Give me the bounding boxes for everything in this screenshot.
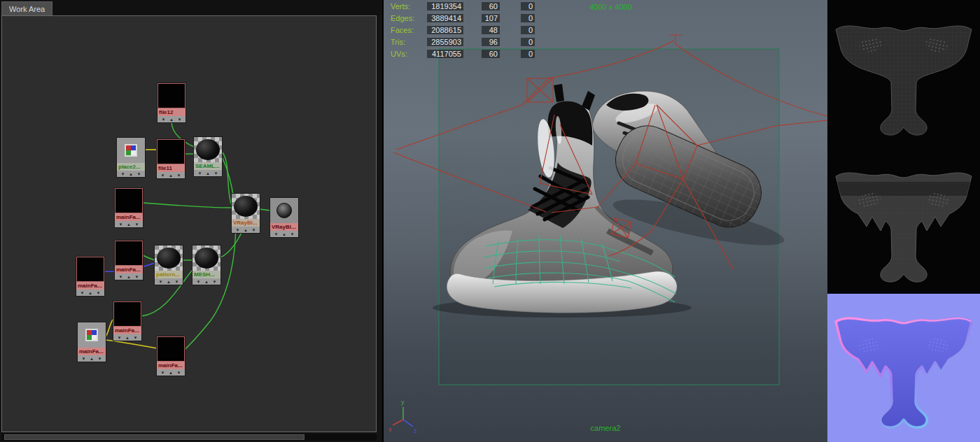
hud-value: 0 [521,14,535,22]
hud-value: 4117055 [427,50,463,58]
node-label: mainFa... [76,282,104,290]
node-swatch [158,83,186,108]
shader-node-vrayblend-2[interactable]: VRayBl... ▼▲▼ [270,198,298,237]
hud-row: UVs: 4117055 60 0 [391,50,535,62]
shader-node-mainfa-5[interactable]: mainFa... ▼▲▼ [78,322,106,362]
place2dtexture-icon [125,144,137,157]
node-swatch [117,138,145,163]
3d-viewport[interactable]: Verts: 1819354 60 0 Edges: 3889414 107 0… [384,0,827,442]
node-port-arrows[interactable]: ▼▲▼ [157,172,185,178]
shader-node-seamless[interactable]: SEAML... ▼▲▼ [194,137,222,176]
hud-label: Tris: [391,38,424,46]
node-label: file12 [158,108,186,116]
hud-value: 107 [482,14,500,22]
node-editor-panel: Work Area file12 ▼▲▼ place2... ▼▲▼ file1… [0,0,382,442]
node-port-arrows[interactable]: ▼▲▼ [113,334,141,341]
node-port-arrows[interactable]: ▼▲▼ [155,278,183,285]
uv-texture-previews [827,0,980,294]
shader-node-mesh[interactable]: MESH... ▼▲▼ [192,245,220,285]
hud-value: 0 [521,50,535,58]
node-swatch [113,301,141,327]
shader-node-pattern[interactable]: pattern... ▼▲▼ [155,245,183,285]
shader-node-file11[interactable]: file11 ▼▲▼ [157,139,185,178]
tab-work-area[interactable]: Work Area [1,1,52,15]
hud-label: Edges: [391,14,424,22]
camera-label: camera2 [384,424,827,432]
node-label: mainFa... [157,362,185,369]
texture-maps-panel [827,0,980,442]
shader-node-mainfa-2[interactable]: mainFa... ▼▲▼ [115,241,143,280]
node-label: MESH... [192,271,220,278]
svg-text:x: x [388,426,392,433]
axis-gizmo-icon: y x z [388,397,420,434]
node-label: SEAML... [194,162,222,170]
shader-node-mainfa-3[interactable]: mainFa... ▼▲▼ [76,257,104,296]
hud-label: Faces: [391,26,424,34]
node-port-arrows[interactable]: ▼▲▼ [76,290,104,296]
node-label: VRayBl... [270,223,298,231]
hud-value: 60 [482,2,500,10]
shader-node-vrayblend-1[interactable]: VRayBl... ▼▲▼ [232,194,260,233]
hud-label: UVs: [391,50,424,58]
node-swatch [192,245,220,271]
material-sphere-icon [276,203,292,218]
shader-node-place2[interactable]: place2... ▼▲▼ [117,138,145,177]
node-label: place2... [117,163,145,171]
hud-row: Faces: 2088615 48 0 [391,26,535,38]
node-graph-canvas[interactable] [1,15,377,432]
svg-text:z: z [414,427,417,434]
hud-value: 0 [521,2,535,10]
node-label: pattern... [155,271,183,278]
node-port-arrows[interactable]: ▼▲▼ [158,116,186,122]
hud-value: 96 [482,38,500,46]
shader-node-mainfa-1[interactable]: mainFa... ▼▲▼ [115,188,143,227]
scrollbar-handle[interactable] [4,434,304,440]
normal-map-svg [827,294,980,442]
resolution-label: 4000 x 4000 [589,3,632,11]
work-area-tabbar: Work Area [0,0,382,15]
node-port-arrows[interactable]: ▼▲▼ [232,227,260,233]
node-port-arrows[interactable]: ▼▲▼ [78,355,106,362]
hud-row: Verts: 1819354 60 0 [391,2,535,14]
node-port-arrows[interactable]: ▼▲▼ [192,278,220,285]
hud-value: 0 [521,26,535,34]
node-port-arrows[interactable]: ▼▲▼ [194,170,222,176]
poly-count-hud: Verts: 1819354 60 0 Edges: 3889414 107 0… [391,2,535,62]
node-swatch [115,241,143,266]
node-port-arrows[interactable]: ▼▲▼ [115,273,143,280]
hud-value: 60 [482,50,500,58]
hud-value: 2088615 [427,26,463,34]
hud-value: 2855903 [427,38,463,46]
shader-node-mainfa-6[interactable]: mainFa... ▼▲▼ [157,336,185,376]
horizontal-scrollbar[interactable] [1,434,377,441]
hud-row: Tris: 2855903 96 0 [391,38,535,50]
shader-node-file12[interactable]: file12 ▼▲▼ [158,83,186,122]
svg-text:y: y [401,399,405,406]
node-swatch [157,139,185,164]
hud-value: 48 [482,26,500,34]
shader-node-mainfa-4[interactable]: mainFa... ▼▲▼ [113,301,141,341]
node-port-arrows[interactable]: ▼▲▼ [157,369,185,376]
hud-row: Edges: 3889414 107 0 [391,14,535,26]
node-label: mainFa... [78,348,106,355]
uv-texture-middle [836,173,972,282]
node-label: mainFa... [115,213,143,221]
normal-map-preview [827,294,980,442]
node-swatch [78,322,106,348]
node-port-arrows[interactable]: ▼▲▼ [270,231,298,237]
node-port-arrows[interactable]: ▼▲▼ [117,171,145,177]
node-swatch [115,188,143,213]
uv-texture-svg [827,0,980,294]
node-swatch [270,198,298,223]
node-swatch [76,257,104,282]
node-swatch [232,194,260,219]
node-swatch [155,245,183,271]
uv-texture-top [836,26,972,135]
node-port-arrows[interactable]: ▼▲▼ [115,221,143,227]
node-label: mainFa... [115,266,143,273]
place2dtexture-icon [85,329,98,341]
hud-value: 1819354 [427,2,463,10]
node-swatch [194,137,222,162]
node-label: file11 [157,164,185,172]
hud-value: 0 [521,38,535,46]
